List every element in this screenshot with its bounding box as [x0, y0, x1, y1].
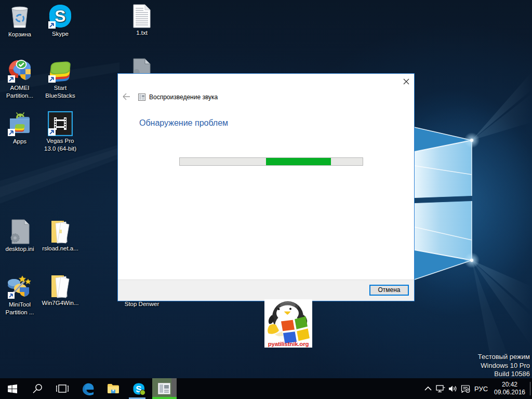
svg-text:pyatilistnik.org: pyatilistnik.org: [268, 341, 309, 347]
svg-text:S: S: [55, 7, 65, 25]
